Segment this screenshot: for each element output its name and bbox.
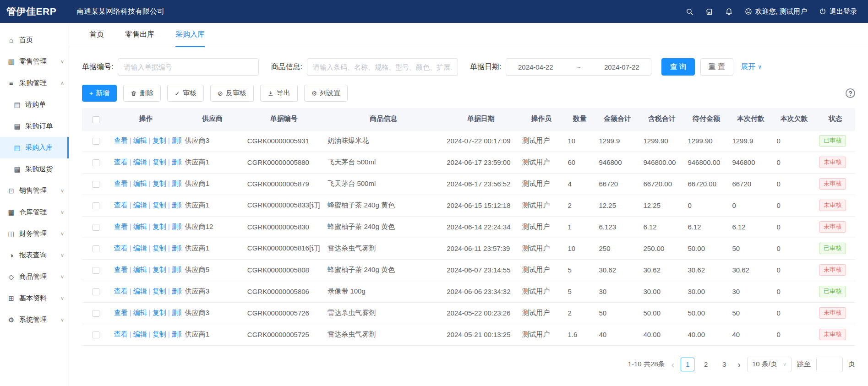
welcome-user[interactable]: 欢迎您, 测试用户 [745, 7, 807, 16]
date-start-value[interactable]: 2024-04-22 [518, 63, 553, 71]
delete-link[interactable]: 删除 [172, 287, 181, 295]
sidebar-item-sales[interactable]: ⊡销售管理∨ [0, 180, 69, 201]
sidebar-item-purchase-request[interactable]: ▤请购单 [0, 94, 69, 115]
edit-link[interactable]: 编辑 [133, 179, 147, 187]
search-button[interactable]: 查 询 [661, 58, 694, 76]
sidebar-item-system[interactable]: ⚙系统管理∨ [0, 309, 69, 331]
delete-button[interactable]: 删除 [123, 85, 161, 102]
bell-icon[interactable] [725, 8, 733, 16]
edit-link[interactable]: 编辑 [133, 244, 147, 252]
copy-link[interactable]: 复制 [153, 158, 166, 166]
sidebar-item-finance[interactable]: ◫财务管理∨ [0, 223, 69, 245]
copy-link[interactable]: 复制 [153, 266, 166, 273]
search-icon[interactable] [686, 8, 693, 16]
export-button[interactable]: 导出 [260, 85, 298, 102]
sidebar-item-goods[interactable]: ◇商品管理∨ [0, 266, 69, 288]
copy-link[interactable]: 复制 [153, 201, 166, 209]
view-link[interactable]: 查看 [114, 179, 128, 187]
view-link[interactable]: 查看 [114, 309, 128, 316]
copy-link[interactable]: 复制 [153, 223, 166, 230]
row-checkbox[interactable] [93, 202, 99, 209]
view-link[interactable]: 查看 [114, 330, 128, 338]
product-input[interactable] [307, 58, 458, 76]
store-icon[interactable] [705, 8, 713, 16]
unaudit-button[interactable]: ⊘反审核 [210, 85, 254, 102]
view-link[interactable]: 查看 [114, 244, 128, 252]
expand-toggle[interactable]: 展开 ∨ [741, 62, 762, 72]
bill-icon: ▤ [13, 101, 21, 109]
bill-no-input[interactable] [118, 58, 259, 76]
delete-link[interactable]: 删除 [172, 223, 181, 230]
view-link[interactable]: 查看 [114, 223, 128, 230]
row-checkbox[interactable] [93, 159, 99, 166]
sidebar-item-basic-data[interactable]: ⊞基本资料∨ [0, 288, 69, 309]
delete-link[interactable]: 删除 [172, 158, 181, 166]
sidebar-item-purchase-order[interactable]: ▤采购订单 [0, 115, 69, 137]
row-checkbox[interactable] [93, 245, 99, 252]
edit-link[interactable]: 编辑 [133, 158, 147, 166]
edit-link[interactable]: 编辑 [133, 201, 147, 209]
edit-link[interactable]: 编辑 [133, 309, 147, 316]
tab-retail-outbound[interactable]: 零售出库 [125, 23, 154, 47]
delete-link[interactable]: 删除 [172, 201, 181, 209]
sidebar-item-label: 采购管理 [19, 79, 47, 87]
page-size-select[interactable]: 10 条/页 ∨ [747, 357, 792, 372]
debt-cell: 0 [773, 216, 815, 238]
edit-link[interactable]: 编辑 [133, 136, 147, 144]
row-checkbox[interactable] [93, 310, 99, 317]
row-checkbox[interactable] [93, 181, 99, 188]
jump-page-input[interactable] [816, 357, 843, 372]
delete-link[interactable]: 删除 [172, 266, 181, 273]
sidebar-item-purchase-return[interactable]: ▤采购退货 [0, 158, 69, 180]
row-checkbox[interactable] [93, 332, 99, 338]
row-checkbox[interactable] [93, 288, 99, 295]
copy-link[interactable]: 复制 [153, 287, 166, 295]
date-range-picker[interactable]: 2024-04-22 ~ 2024-07-22 [506, 58, 651, 76]
copy-link[interactable]: 复制 [153, 244, 166, 252]
page-button-3[interactable]: 3 [717, 358, 731, 371]
table-body: 查看|编辑|复制|删除供应商3CGRK00000005931奶油味爆米花2024… [82, 130, 855, 345]
column-settings-button[interactable]: ⚙列设置 [304, 85, 348, 102]
row-checkbox[interactable] [93, 224, 99, 231]
help-icon[interactable]: ? [846, 88, 855, 98]
sidebar-item-report[interactable]: ◑报表查询∨ [0, 245, 69, 266]
sidebar-item-retail[interactable]: ▥零售管理∨ [0, 51, 69, 72]
sidebar-item-warehouse[interactable]: ▦仓库管理∨ [0, 201, 69, 223]
delete-link[interactable]: 删除 [172, 330, 181, 338]
copy-link[interactable]: 复制 [153, 330, 166, 338]
edit-link[interactable]: 编辑 [133, 223, 147, 230]
audit-button[interactable]: ✓审核 [167, 85, 204, 102]
row-checkbox[interactable] [93, 138, 99, 145]
edit-link[interactable]: 编辑 [133, 330, 147, 338]
view-link[interactable]: 查看 [114, 266, 128, 273]
sidebar-item-purchase-inbound[interactable]: ▤采购入库 [0, 137, 69, 158]
next-page-button[interactable]: › [737, 360, 742, 369]
date-end-value[interactable]: 2024-07-22 [604, 63, 639, 71]
view-link[interactable]: 查看 [114, 158, 128, 166]
logout-button[interactable]: 退出登录 [819, 7, 857, 16]
edit-link[interactable]: 编辑 [133, 266, 147, 273]
prev-page-button[interactable]: ‹ [671, 360, 676, 369]
view-link[interactable]: 查看 [114, 201, 128, 209]
delete-link[interactable]: 删除 [172, 309, 181, 316]
delete-link[interactable]: 删除 [172, 244, 181, 252]
copy-link[interactable]: 复制 [153, 136, 166, 144]
tab-purchase-inbound[interactable]: 采购入库 [175, 23, 205, 47]
edit-link[interactable]: 编辑 [133, 287, 147, 295]
copy-link[interactable]: 复制 [153, 179, 166, 187]
page-button-1[interactable]: 1 [681, 358, 694, 371]
tab-home[interactable]: 首页 [89, 23, 104, 47]
toolbar-buttons: +新增删除✓审核⊘反审核导出⚙列设置 [82, 85, 348, 102]
sidebar-item-purchase[interactable]: ≡采购管理∧ [0, 72, 69, 94]
delete-link[interactable]: 删除 [172, 179, 181, 187]
select-all-checkbox[interactable] [93, 116, 99, 123]
copy-link[interactable]: 复制 [153, 309, 166, 316]
view-link[interactable]: 查看 [114, 287, 128, 295]
reset-button[interactable]: 重 置 [700, 58, 733, 76]
sidebar-item-home[interactable]: ⌂首页 [0, 29, 69, 51]
view-link[interactable]: 查看 [114, 136, 128, 144]
page-button-2[interactable]: 2 [699, 358, 713, 371]
add-button[interactable]: +新增 [82, 85, 117, 102]
delete-link[interactable]: 删除 [172, 136, 181, 144]
row-checkbox[interactable] [93, 267, 99, 274]
